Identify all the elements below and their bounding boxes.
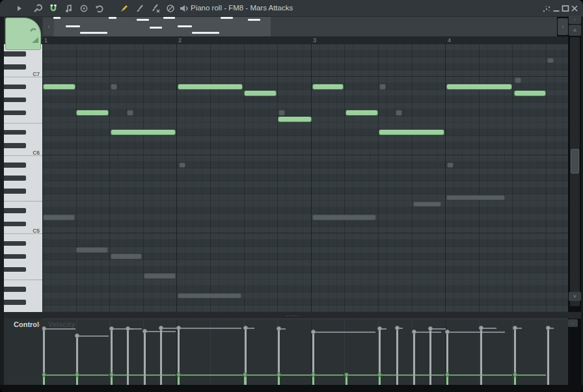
detach-icon[interactable] (541, 3, 552, 14)
black-key[interactable] (4, 176, 26, 181)
note-A#6[interactable] (446, 84, 512, 90)
mute-slash-icon[interactable] (165, 3, 176, 14)
channel-icon[interactable] (178, 3, 189, 14)
undo-arrow-icon[interactable] (94, 3, 105, 14)
ghost-velocity-head[interactable] (479, 326, 483, 330)
draw-pencil-icon[interactable] (119, 3, 129, 14)
ghost-note-D7[interactable] (547, 58, 554, 64)
note-A6[interactable] (514, 90, 546, 96)
ghost-note-F4[interactable] (144, 273, 176, 279)
ghost-velocity-head[interactable] (75, 333, 79, 338)
ghost-velocity-head[interactable] (277, 326, 281, 331)
scroll-up-button[interactable]: ˄ (569, 25, 581, 36)
black-key[interactable] (4, 163, 26, 168)
ghost-velocity-head[interactable] (243, 326, 248, 330)
ghost-note-E5[interactable] (413, 202, 441, 207)
note-A6[interactable] (244, 90, 277, 96)
magnet-icon[interactable] (48, 3, 59, 14)
ghost-note-G#4[interactable] (111, 254, 142, 259)
control-target-selector[interactable]: Control (14, 320, 39, 328)
music-note-icon[interactable] (64, 3, 74, 14)
black-key[interactable] (4, 189, 26, 194)
target-circle-icon[interactable] (79, 3, 89, 14)
velocity-head[interactable] (344, 372, 349, 377)
velocity-head[interactable] (377, 372, 382, 377)
pane-divider[interactable]: ····· (0, 312, 583, 319)
ghost-velocity-stem[interactable] (547, 328, 549, 385)
ghost-velocity-head[interactable] (159, 326, 163, 330)
black-key[interactable] (4, 267, 26, 272)
velocity-head[interactable] (243, 372, 247, 377)
black-key[interactable] (4, 130, 26, 135)
ghost-velocity-head[interactable] (176, 326, 181, 330)
ghost-velocity-stem[interactable] (144, 332, 146, 385)
ghost-note-D5[interactable] (312, 215, 376, 220)
ghost-velocity-head[interactable] (395, 326, 400, 330)
black-key[interactable] (4, 254, 26, 259)
note-F#6[interactable] (346, 110, 378, 116)
ghost-velocity-head[interactable] (109, 326, 114, 331)
piano-keyboard[interactable]: C7C6C5 (4, 44, 42, 312)
ghost-velocity-head[interactable] (412, 330, 416, 334)
velocity-head[interactable] (445, 372, 450, 377)
ghost-velocity-stem[interactable] (413, 332, 415, 385)
ghost-velocity-head[interactable] (428, 326, 433, 331)
ghost-velocity-head[interactable] (546, 326, 550, 330)
ghost-note-F#6[interactable] (127, 110, 133, 116)
scroll-down-button[interactable]: ˅ (569, 292, 581, 301)
black-key[interactable] (4, 111, 26, 116)
velocity-head[interactable] (75, 372, 79, 377)
note-grid[interactable] (42, 44, 568, 312)
black-key[interactable] (4, 98, 26, 103)
ghost-velocity-stem[interactable] (160, 328, 162, 385)
velocity-head[interactable] (277, 372, 281, 377)
delete-brush-icon[interactable] (150, 3, 161, 14)
corner-slide-widget[interactable] (5, 18, 41, 50)
ghost-note-B6[interactable] (515, 77, 521, 83)
preview-scroll-right-button[interactable]: › (558, 18, 568, 35)
ghost-velocity-head[interactable] (377, 326, 382, 331)
ghost-note-A#6[interactable] (111, 84, 117, 90)
black-key[interactable] (4, 143, 26, 148)
ghost-velocity-head[interactable] (42, 326, 46, 331)
ghost-note-A#5[interactable] (447, 163, 454, 168)
velocity-head[interactable] (513, 372, 517, 377)
ghost-velocity-stem[interactable] (429, 329, 431, 385)
velocity-head[interactable] (42, 372, 46, 377)
ghost-velocity-stem[interactable] (396, 328, 398, 385)
ghost-velocity-stem[interactable] (480, 328, 482, 385)
velocity-head[interactable] (109, 372, 114, 377)
velocity-head[interactable] (311, 372, 316, 377)
ghost-note-F5[interactable] (446, 195, 505, 201)
velocity-lane[interactable]: Velocity (42, 319, 568, 385)
window-title[interactable]: Piano roll - FM8 - Mars Attacks (191, 4, 293, 12)
black-key[interactable] (4, 85, 26, 90)
ghost-velocity-head[interactable] (311, 330, 316, 334)
ghost-velocity-head[interactable] (126, 326, 130, 331)
note-A#6[interactable] (43, 84, 75, 90)
title-menu-arrow-icon[interactable]: ▸ (280, 5, 283, 11)
close-icon[interactable] (569, 3, 580, 14)
note-D#6[interactable] (111, 129, 176, 135)
vertical-scrollbar-handle[interactable] (571, 149, 579, 174)
menu-arrow-icon[interactable] (14, 3, 25, 14)
paint-brush-icon[interactable] (135, 3, 145, 14)
note-D#6[interactable] (379, 129, 444, 135)
ghost-velocity-stem[interactable] (127, 329, 129, 385)
panoramic-preview[interactable]: ‹ › (42, 17, 557, 36)
preview-scroll-left-button[interactable]: ‹ (44, 18, 54, 35)
ghost-velocity-head[interactable] (513, 326, 517, 330)
note-A#6[interactable] (312, 84, 344, 90)
note-F#6[interactable] (76, 110, 109, 116)
note-A#6[interactable] (178, 84, 243, 90)
black-key[interactable] (4, 222, 26, 227)
ghost-note-A#5[interactable] (179, 163, 185, 168)
ghost-note-A4[interactable] (76, 247, 108, 253)
ghost-note-F#6[interactable] (396, 110, 402, 116)
black-key[interactable] (4, 208, 26, 213)
vertical-scrollbar[interactable] (570, 37, 580, 306)
wrench-icon[interactable] (32, 3, 42, 14)
black-key[interactable] (4, 241, 26, 246)
timeline-ruler[interactable]: 1234 (42, 36, 568, 44)
black-key[interactable] (4, 64, 26, 70)
